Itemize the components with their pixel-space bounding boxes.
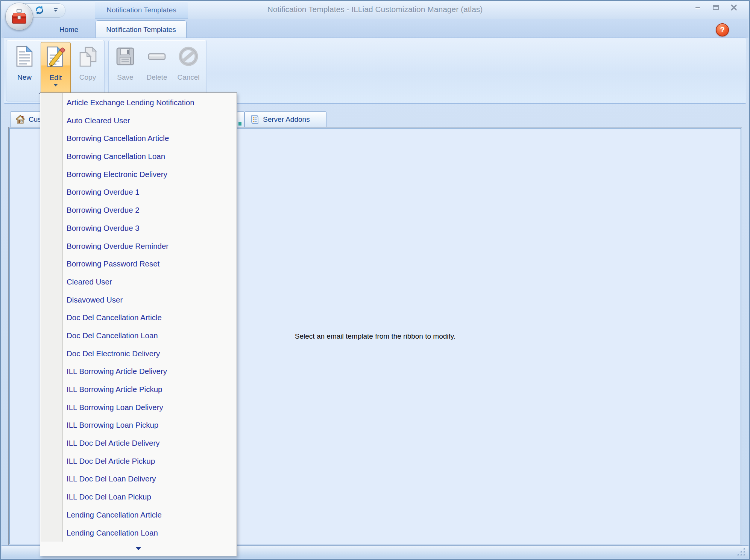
qat-sync-button[interactable] xyxy=(34,5,45,15)
save-button-label: Save xyxy=(117,74,133,81)
cancel-icon xyxy=(176,44,200,68)
menu-item[interactable]: Borrowing Overdue 2 xyxy=(40,201,237,219)
contextual-tab-group-header: Notification Templates xyxy=(95,2,188,19)
title-bar: Notification Templates Notification Temp… xyxy=(1,1,749,19)
menu-item[interactable]: ILL Doc Del Article Pickup xyxy=(40,452,237,470)
app-window: Notification Templates Notification Temp… xyxy=(0,0,750,560)
tab-server-addons-label: Server Addons xyxy=(263,115,310,124)
edit-dropdown-menu-items: Article Exchange Lending NotificationAut… xyxy=(40,94,237,542)
ribbon-tab-row: Home Notification Templates ? xyxy=(2,19,748,38)
minimize-button[interactable] xyxy=(693,4,703,11)
menu-item[interactable]: Doc Del Cancellation Loan xyxy=(40,327,237,345)
contextual-tab-group-label: Notification Templates xyxy=(106,6,176,14)
window-controls xyxy=(693,4,739,11)
help-button[interactable]: ? xyxy=(716,23,729,36)
menu-item[interactable]: ILL Borrowing Loan Delivery xyxy=(40,398,237,416)
menu-item[interactable]: ILL Doc Del Loan Delivery xyxy=(40,470,237,488)
menu-item[interactable]: ILL Doc Del Article Delivery xyxy=(40,434,237,452)
menu-item[interactable]: Borrowing Overdue 3 xyxy=(40,219,237,237)
empty-state-message: Select an email template from the ribbon… xyxy=(295,332,455,341)
edit-dropdown-arrow-icon xyxy=(53,84,58,89)
menu-item[interactable]: Article Exchange Lending Notification xyxy=(40,94,237,112)
save-icon xyxy=(113,44,137,68)
resize-grip[interactable] xyxy=(736,547,746,557)
script-icon xyxy=(249,114,260,125)
tab-notification-templates[interactable]: Notification Templates xyxy=(96,20,187,38)
menu-item[interactable]: Borrowing Overdue 1 xyxy=(40,183,237,201)
new-button-label: New xyxy=(17,74,32,81)
delete-button[interactable]: Delete xyxy=(142,42,172,95)
chevron-down-icon xyxy=(53,7,59,13)
edit-document-icon xyxy=(44,45,68,69)
question-mark-icon: ? xyxy=(720,26,724,34)
minimize-icon xyxy=(694,4,701,11)
edit-button[interactable]: Edit xyxy=(41,42,71,95)
menu-item[interactable]: Auto Cleared User xyxy=(40,112,237,130)
cancel-button[interactable]: Cancel xyxy=(173,42,203,95)
close-button[interactable] xyxy=(729,4,739,11)
menu-item[interactable]: Doc Del Electronic Delivery xyxy=(40,345,237,363)
menu-item[interactable]: ILL Borrowing Loan Pickup xyxy=(40,416,237,434)
menu-item[interactable]: Borrowing Password Reset xyxy=(40,255,237,273)
menu-item[interactable]: Borrowing Overdue Reminder xyxy=(40,237,237,255)
maximize-button[interactable] xyxy=(711,4,721,11)
sync-icon xyxy=(34,5,45,15)
maximize-icon xyxy=(712,4,720,11)
menu-item[interactable]: ILL Borrowing Article Delivery xyxy=(40,362,237,380)
menu-item[interactable]: Doc Del Cancellation Article xyxy=(40,309,237,327)
menu-item[interactable]: Lending Cancellation Article xyxy=(40,506,237,524)
new-document-icon xyxy=(12,44,36,68)
delete-button-label: Delete xyxy=(147,74,167,81)
hidden-tab-icon-fragment xyxy=(238,122,241,126)
tab-customization-label: Cus xyxy=(29,115,41,124)
application-button[interactable] xyxy=(5,3,33,30)
qat-customize-dropdown[interactable] xyxy=(53,7,59,13)
save-button[interactable]: Save xyxy=(110,42,140,95)
edit-button-label: Edit xyxy=(50,74,62,82)
menu-item[interactable]: Borrowing Cancellation Loan xyxy=(40,147,237,165)
new-button[interactable]: New xyxy=(9,42,39,95)
cancel-button-label: Cancel xyxy=(177,74,199,81)
menu-item[interactable]: Cleared User xyxy=(40,273,237,291)
copy-icon xyxy=(76,44,100,68)
menu-item[interactable]: Borrowing Electronic Delivery xyxy=(40,165,237,183)
copy-button[interactable]: Copy xyxy=(73,42,103,95)
menu-item[interactable]: ILL Doc Del Loan Pickup xyxy=(40,488,237,506)
scroll-down-arrow-icon xyxy=(136,547,141,553)
window-title: Notification Templates - ILLiad Customiz… xyxy=(196,5,554,14)
tab-home[interactable]: Home xyxy=(44,21,94,38)
menu-item[interactable]: Lending Cancellation Loan xyxy=(40,524,237,542)
close-icon xyxy=(730,4,737,11)
menu-item[interactable]: Borrowing Cancellation Article xyxy=(40,129,237,147)
home-icon xyxy=(15,114,26,125)
hidden-tab-fragment[interactable] xyxy=(237,111,244,127)
toolbox-icon xyxy=(11,8,28,25)
copy-button-label: Copy xyxy=(79,74,96,81)
menu-item[interactable]: ILL Borrowing Article Pickup xyxy=(40,380,237,398)
tab-server-addons[interactable]: Server Addons xyxy=(244,111,326,127)
delete-icon xyxy=(145,44,169,68)
edit-dropdown-menu: Article Exchange Lending NotificationAut… xyxy=(40,92,237,556)
menu-item[interactable]: Disavowed User xyxy=(40,291,237,309)
menu-scroll-down-button[interactable] xyxy=(41,542,236,555)
